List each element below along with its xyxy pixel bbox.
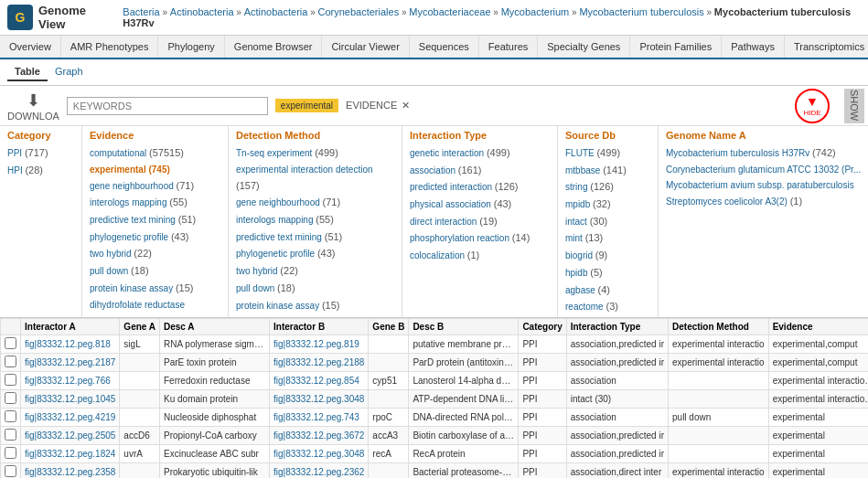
col-interactor-b[interactable]: Interactor B [270,319,369,335]
filter-item[interactable]: phylogenetic profile (43) [236,245,394,262]
table-cell [120,354,160,372]
tab-overview[interactable]: Overview [0,36,61,58]
row-checkbox[interactable] [1,427,21,445]
table-row: fig|83332.12.peg.2187ParE toxin proteinf… [1,354,869,372]
tab-pathways[interactable]: Pathways [722,36,785,58]
filter-col-genome-name: Genome Name A Mycobacterium tuberculosis… [659,126,868,317]
filter-item[interactable]: protein kinase assay (15) [236,297,394,314]
filter-item[interactable]: phosphorylation reaction (14) [410,229,550,247]
col-gene-a[interactable]: Gene A [120,319,160,335]
table-cell: rpoC [369,409,409,427]
evidence-clear[interactable]: ✕ [402,100,410,111]
filter-item-highlight[interactable]: experimental (745) [90,162,220,177]
col-desc-b[interactable]: Desc B [409,319,519,335]
breadcrumb-mtb[interactable]: Mycobacterium tuberculosis [579,6,703,17]
row-checkbox[interactable] [1,335,21,354]
row-checkbox[interactable] [1,445,21,463]
row-checkbox[interactable] [1,354,21,372]
tab-genome-browser[interactable]: Genome Browser [225,36,323,58]
filter-item[interactable]: physical association (43) [410,196,550,213]
row-checkbox[interactable] [1,372,21,390]
filter-item[interactable]: Corynebacterium glutamicum ATCC 13032 (P… [666,162,861,177]
table-cell: Lanosterol 14-alpha demethylase @ [409,372,519,390]
filter-item[interactable]: direct interaction (19) [410,213,550,230]
table-cell: fig|83332.12.peg.743 [270,409,369,427]
breadcrumb-mycobacterium[interactable]: Mycobacterium [501,6,570,17]
filter-item[interactable]: mint (13) [565,229,650,247]
show-button[interactable]: SHOW [844,89,864,123]
filter-item[interactable]: biogrid (9) [565,247,650,264]
filter-item[interactable]: reactome (3) [565,298,650,315]
tab-phylogeny[interactable]: Phylogeny [158,36,224,58]
filter-item[interactable]: Streptomyces coelicolor A3(2) (1) [666,193,861,210]
filter-item[interactable]: computational (57515) [90,144,220,162]
filter-col-source-db: Source Db FLUTE (499) mtbbase (141) stri… [558,126,659,317]
filter-item[interactable]: experimental interaction detection (157) [236,162,394,195]
filter-item[interactable]: HPI (28) [7,162,74,179]
table-cell: putative membrane protein [409,335,519,354]
col-evidence[interactable]: Evidence [768,319,868,335]
col-desc-a[interactable]: Desc A [160,319,270,335]
breadcrumb-mycobacteriaceae[interactable]: Mycobacteriaceae [409,6,490,17]
col-interaction-type[interactable]: Interaction Type [566,319,668,335]
tab-transcriptomics[interactable]: Transcriptomics [785,36,868,58]
filter-item[interactable]: interologs mapping (55) [90,194,220,211]
breadcrumb-corynebacteriales[interactable]: Corynebacteriales [318,6,400,17]
filter-item[interactable]: pull down (18) [236,280,394,297]
filter-item[interactable]: predictive text mining (51) [90,211,220,228]
filter-item[interactable]: dihydrofolate reductase reconstruction (… [90,297,220,319]
tab-amr-phenotypes[interactable]: AMR Phenotypes [61,36,159,58]
filter-item[interactable]: string (126) [565,178,650,196]
filter-item[interactable]: pull down (18) [90,262,220,280]
row-checkbox[interactable] [1,409,21,427]
tab-specialty-genes[interactable]: Specialty Genes [538,36,630,58]
table-cell: fig|83332.12.peg.3048 [270,445,369,463]
filter-item[interactable]: two hybrid (22) [236,262,394,280]
table-cell: PPI [519,445,566,463]
filter-item[interactable]: intact (30) [565,213,650,230]
search-input[interactable] [67,97,268,115]
tab-protein-families[interactable]: Protein Families [630,36,722,58]
filter-item[interactable]: genetic interaction (499) [410,144,550,162]
col-detection-method[interactable]: Detection Method [669,319,769,335]
row-checkbox[interactable] [1,463,21,479]
table-cell: DNA-directed RNA polymerase beta' [409,409,519,427]
filter-item[interactable]: association (161) [410,162,550,179]
filter-item[interactable]: Mycobacterium tuberculosis H37Rv (742) [666,144,861,162]
filter-item[interactable]: PPI (717) [7,144,74,162]
filter-item[interactable]: predicted interaction (126) [410,178,550,196]
tab-features[interactable]: Features [479,36,538,58]
table-cell [120,409,160,427]
sub-tab-table[interactable]: Table [7,63,48,81]
row-checkbox[interactable] [1,390,21,409]
col-gene-b[interactable]: Gene B [369,319,409,335]
filter-header-detection: Detection Method [236,130,394,141]
breadcrumb-bacteria[interactable]: Bacteria [123,6,159,17]
tab-sequences[interactable]: Sequences [410,36,479,58]
filter-item[interactable]: FLUTE (499) [565,144,650,162]
hide-button[interactable]: ▼ HIDE [795,89,830,123]
tab-circular-viewer[interactable]: Circular Viewer [322,36,409,58]
filter-item[interactable]: phylogenetic profile (43) [90,228,220,246]
filter-item[interactable]: Tn-seq experiment (499) [236,144,394,162]
table-cell: PPI [519,427,566,445]
sub-tab-graph[interactable]: Graph [48,63,91,81]
filter-item[interactable]: interologs mapping (55) [236,211,394,228]
filter-item[interactable]: Mycobacterium avium subsp. paratuberculo… [666,177,861,193]
filter-tag[interactable]: experimental [275,99,338,112]
col-interactor-a[interactable]: Interactor A [21,319,120,335]
filter-item[interactable]: two hybrid (22) [90,245,220,262]
breadcrumb-actinobacteria1[interactable]: Actinobacteria [170,6,234,17]
filter-item[interactable]: mtbbase (141) [565,162,650,179]
filter-item[interactable]: agbase (4) [565,281,650,299]
filter-item[interactable]: colocalization (1) [410,247,550,264]
filter-item[interactable]: hpidb (5) [565,264,650,281]
col-category[interactable]: Category [519,319,566,335]
download-button[interactable]: ⬇ DOWNLOA [7,90,59,122]
filter-item[interactable]: gene neighbourhood (71) [236,194,394,211]
filter-item[interactable]: predictive text mining (51) [236,228,394,246]
filter-item[interactable]: gene neighbourhood (71) [90,177,220,195]
filter-item[interactable]: protein kinase assay (15) [90,280,220,297]
breadcrumb-actinobacteria2[interactable]: Actinobacteria [244,6,308,17]
filter-item[interactable]: mpidb (32) [565,196,650,213]
